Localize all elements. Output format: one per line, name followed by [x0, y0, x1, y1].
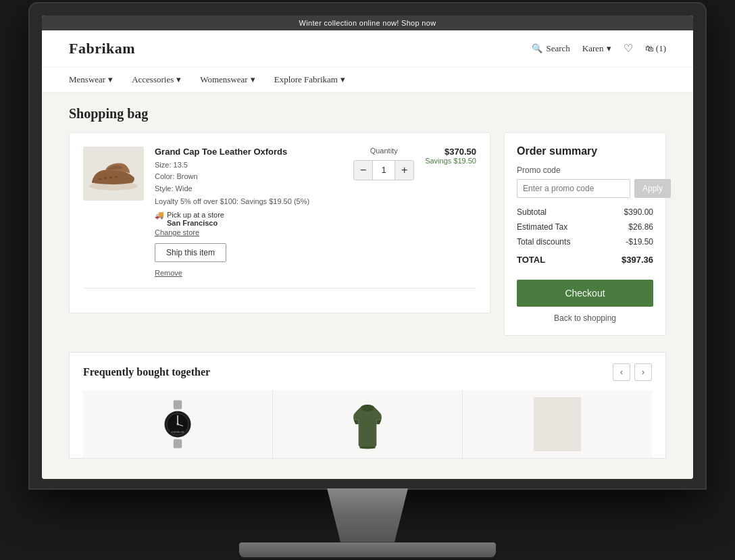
shoe-image-svg — [86, 153, 141, 194]
chevron-down-icon: ▾ — [176, 74, 181, 85]
svg-rect-5 — [174, 400, 182, 409]
frequently-item-sweater[interactable] — [273, 390, 463, 458]
frequently-title: Frequently bought together — [83, 366, 210, 378]
nav-womenswear[interactable]: Womenswear ▾ — [200, 74, 255, 85]
item-savings: Savings $19.50 — [425, 157, 476, 165]
nav-explore[interactable]: Explore Fabrikam ▾ — [274, 74, 345, 85]
navigation: Menswear ▾ Accessories ▾ Womenswear ▾ Ex… — [42, 68, 693, 93]
summary-title: Order summary — [517, 145, 653, 157]
svg-point-1 — [99, 178, 102, 180]
watch-image-svg: FABRIKAM — [154, 397, 201, 451]
carousel-nav: ‹ › — [613, 363, 652, 381]
pickup-info: 🚚 Pick up at a store San Francisco — [155, 211, 343, 227]
frequently-items: FABRIKAM — [83, 390, 652, 458]
quantity-decrease-button[interactable]: − — [354, 161, 373, 180]
sweater-image-svg — [344, 397, 391, 451]
pickup-label: Pick up at a store — [167, 211, 224, 219]
header: Fabrikam 🔍 Search Karen ▾ ♡ 🛍 (1) — [42, 30, 693, 68]
chevron-down-icon: ▾ — [108, 74, 113, 85]
chevron-down-icon: ▾ — [340, 74, 345, 85]
search-label: Search — [546, 43, 569, 54]
search-icon: 🔍 — [532, 43, 542, 54]
header-right: 🔍 Search Karen ▾ ♡ 🛍 (1) — [532, 42, 666, 55]
subtotal-label: Subtotal — [517, 207, 547, 217]
main-content: Shopping bag — [42, 93, 693, 479]
cart-button[interactable]: 🛍 (1) — [645, 43, 666, 54]
cart-divider — [83, 288, 476, 288]
nav-menswear[interactable]: Menswear ▾ — [69, 74, 113, 85]
svg-point-4 — [115, 176, 118, 178]
subtotal-row: Subtotal $390.00 — [517, 207, 653, 217]
svg-point-2 — [104, 176, 107, 178]
truck-icon: 🚚 — [155, 211, 164, 220]
quantity-value: 1 — [373, 165, 395, 175]
quantity-section: Quantity − 1 + — [353, 147, 414, 180]
store-name: San Francisco — [167, 219, 218, 227]
item-price: $370.50 — [425, 147, 476, 157]
tax-value: $26.86 — [628, 222, 653, 232]
item-loyalty: Loyalty 5% off over $100: Savings $19.50… — [155, 197, 343, 205]
cart-count: (1) — [656, 43, 666, 53]
discounts-row: Total discounts -$19.50 — [517, 237, 653, 247]
total-value: $397.36 — [622, 255, 653, 265]
discounts-label: Total discounts — [517, 237, 570, 247]
quantity-increase-button[interactable]: + — [395, 161, 413, 180]
item-size: Size: 13.5 Color: Brown Style: Wide — [155, 159, 343, 195]
remove-link[interactable]: Remove — [155, 269, 343, 277]
user-label: Karen — [582, 43, 604, 54]
quantity-control: − 1 + — [353, 160, 414, 180]
svg-point-3 — [109, 176, 113, 178]
tax-row: Estimated Tax $26.86 — [517, 222, 653, 232]
quantity-label: Quantity — [370, 147, 398, 155]
monitor-stand-neck — [300, 488, 435, 542]
chevron-down-icon: ▾ — [251, 74, 255, 85]
promo-row: Apply — [517, 179, 653, 198]
order-summary-box: Order summary Promo code Apply Subtotal … — [504, 132, 666, 336]
promo-apply-button[interactable]: Apply — [634, 179, 671, 198]
page-title: Shopping bag — [69, 106, 666, 122]
top-banner: Winter collection online now! Shop now — [42, 16, 693, 30]
logo[interactable]: Fabrikam — [69, 40, 135, 57]
promo-input[interactable] — [517, 179, 630, 198]
subtotal-value: $390.00 — [624, 207, 653, 217]
empty-item-placeholder — [534, 397, 581, 451]
item-details: Grand Cap Toe Leather Oxfords Size: 13.5… — [155, 147, 343, 278]
frequently-item-watch[interactable]: FABRIKAM — [83, 390, 273, 458]
tax-label: Estimated Tax — [517, 222, 567, 232]
carousel-next-button[interactable]: › — [634, 363, 652, 381]
cart-icon: 🛍 — [645, 43, 654, 53]
total-label: TOTAL — [517, 255, 545, 265]
shopping-bag-area: Grand Cap Toe Leather Oxfords Size: 13.5… — [69, 132, 666, 336]
user-menu[interactable]: Karen ▾ — [582, 43, 611, 54]
change-store-link[interactable]: Change store — [155, 228, 343, 236]
monitor-stand-base — [239, 542, 496, 557]
carousel-prev-button[interactable]: ‹ — [613, 363, 630, 381]
promo-label: Promo code — [517, 166, 653, 175]
back-to-shopping-link[interactable]: Back to shopping — [517, 313, 653, 323]
nav-accessories[interactable]: Accessories ▾ — [132, 74, 181, 85]
svg-rect-6 — [174, 439, 182, 448]
frequently-bought-section: Frequently bought together ‹ › — [69, 352, 666, 459]
price-section: $370.50 Savings $19.50 — [425, 147, 476, 165]
discounts-value: -$19.50 — [626, 237, 653, 247]
ship-item-button[interactable]: Ship this item — [155, 243, 226, 262]
chevron-down-icon: ▾ — [607, 43, 611, 54]
cart-section: Grand Cap Toe Leather Oxfords Size: 13.5… — [69, 132, 490, 314]
total-row: TOTAL $397.36 — [517, 252, 653, 265]
cart-item: Grand Cap Toe Leather Oxfords Size: 13.5… — [83, 147, 476, 278]
order-summary: Order summary Promo code Apply Subtotal … — [504, 132, 666, 336]
search-button[interactable]: 🔍 Search — [532, 43, 569, 54]
frequently-item-empty[interactable] — [463, 390, 652, 458]
wishlist-button[interactable]: ♡ — [624, 42, 633, 55]
svg-text:FABRIKAM: FABRIKAM — [172, 431, 184, 434]
item-name: Grand Cap Toe Leather Oxfords — [155, 147, 343, 157]
checkout-button[interactable]: Checkout — [517, 280, 653, 307]
banner-text: Winter collection online now! Shop now — [299, 19, 436, 27]
item-image — [83, 147, 144, 201]
frequently-header: Frequently bought together ‹ › — [83, 363, 652, 381]
